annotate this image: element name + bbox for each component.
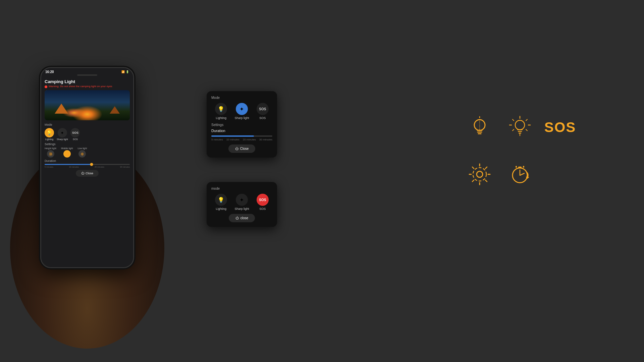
svg-line-8 [513,119,514,121]
phone-mode-sharp[interactable]: ✦ Sharp light [57,128,68,140]
low-light-circle: 🔅 [78,150,86,158]
phone-mode-section: Mode 💡 Lighting ✦ Sharp light SOS [45,123,130,140]
phone-mode-sos[interactable]: SOS SOS [70,128,80,140]
height-light-item[interactable]: Height light 🔆 [45,147,56,158]
phone-duration-thumb [90,163,93,166]
phone-camp-image [45,90,130,120]
sos-text-phone: SOS [72,131,78,134]
sharp-light-label: Sharp light [57,138,68,140]
panel1-sharp[interactable]: ✦ Sharp light [234,103,249,120]
panel2-close-label: close [240,216,248,220]
panel2-sos-label: SOS [259,207,266,210]
tent-1 [55,104,68,114]
phone-mode-buttons: 💡 Lighting ✦ Sharp light SOS SOS [45,128,130,140]
panel1-close-button[interactable]: ⏻ Close [228,144,256,153]
warning-dot [45,85,47,88]
panel1-duration-bar[interactable] [211,135,272,137]
panel1-sos[interactable]: SOS SOS [257,103,269,120]
phone-content: Camping Light Warning: Do not shine the … [41,77,133,267]
panel2-mode-row: 💡 Lighting ✦ Sharp light SOS SOS [211,194,272,210]
panel2-sos[interactable]: SOS SOS [257,194,269,210]
panel2-mode-label: mode [211,187,272,190]
panel1-duration-fill [211,135,254,137]
sos-label-phone: SOS [73,138,78,140]
low-light-item[interactable]: Low light 🔅 [77,147,87,158]
panel1-mode-label: Mode [211,96,272,100]
svg-rect-25 [518,167,522,168]
phone-warning-bar: Warning: Do not shine the camping light … [45,85,130,88]
panel2-sos-circle: SOS [257,194,269,206]
p1-tick-20: 20 minutes [243,138,256,141]
low-light-label: Low light [77,147,87,149]
svg-rect-26 [516,166,517,168]
lighting-icon-circle: 💡 [45,128,54,137]
phone-mockup: 16:20 📶 🔋 Camping Light Warning: Do not … [30,67,144,295]
p1-tick-10: 10 minutes [226,138,239,141]
feature-icons-grid: SOS [463,107,577,194]
svg-line-9 [526,119,527,121]
brightness-icon [468,163,491,186]
phone-mode-label: Mode [45,123,130,126]
panel1-settings-label: Settings [211,123,272,127]
svg-line-20 [472,180,474,182]
phone-duration-fill [45,164,92,165]
svg-line-18 [472,167,474,169]
panel1-ticks: 5 minutes 10 minutes 20 minutes 30 minut… [211,138,272,141]
svg-point-13 [473,168,486,181]
phone-body: 16:20 📶 🔋 Camping Light Warning: Do not … [40,67,134,268]
settings-title: Settings [45,142,130,146]
panel2-close-button[interactable]: ⏻ close [229,214,255,222]
panel2-sos-text: SOS [259,198,266,202]
panel2-lighting-circle: 💡 [215,194,227,206]
phone-app-title: Camping Light [45,79,130,84]
panel1-lighting-circle: 💡 [215,103,227,115]
tick-5: 5 minutes [45,166,53,168]
svg-rect-27 [523,166,524,168]
phone-time: 16:20 [45,70,54,74]
phone-close-button[interactable]: ⏻ Close [76,170,99,177]
status-bar: 16:20 📶 🔋 [41,68,133,74]
lighting-label: Lighting [45,138,54,140]
panel1-lighting-label: Lighting [216,116,226,120]
tent-2 [110,106,120,114]
light-levels: Height light 🔆 Middle light 🔆 Low light … [45,147,130,158]
svg-line-10 [513,129,514,131]
phone-mode-lighting[interactable]: 💡 Lighting [45,128,54,140]
mode-panel-2: mode 💡 Lighting ✦ Sharp light SOS SOS ⏻ … [207,182,277,227]
svg-line-19 [485,167,487,169]
warning-text: Warning: Do not shine the camping light … [49,85,112,88]
middle-light-label: Middle light [61,147,73,149]
tick-10: 10 minutes [69,166,79,168]
panel2-lighting-label: Lighting [216,207,226,210]
middle-light-circle: 🔆 [63,150,71,158]
phone-status-icons: 📶 🔋 [121,70,129,73]
svg-point-3 [515,120,525,130]
height-light-label: Height light [45,147,56,149]
timer-icon [508,163,532,186]
panel2-sharp-circle: ✦ [236,194,248,206]
panel2-sharp-label: Sharp light [234,207,249,210]
middle-light-item[interactable]: Middle light 🔆 [61,147,73,158]
phone-screen: 16:20 📶 🔋 Camping Light Warning: Do not … [41,68,133,267]
height-light-circle: 🔆 [47,150,54,158]
bulb-simple-icon [468,116,491,139]
svg-point-12 [477,171,483,177]
p1-tick-5: 5 minutes [211,138,223,141]
panel1-sharp-circle: ✦ [236,103,248,115]
panel1-sos-circle: SOS [257,103,269,115]
p1-tick-30: 30 minutes [259,138,272,141]
phone-settings-section: Settings Height light 🔆 Middle light 🔆 L… [45,142,130,168]
phone-duration-ticks: 5 minutes 10 minutes 20 minutes 30 minut… [45,166,130,168]
tick-20: 20 minutes [95,166,104,168]
sharp-light-icon-circle: ✦ [58,128,67,137]
phone-duration-label: Duration [45,159,130,163]
phone-close-label: Close [86,172,93,175]
phone-duration-bar[interactable] [45,164,130,165]
panel1-lighting[interactable]: 💡 Lighting [215,103,227,120]
panel1-mode-row: 💡 Lighting ✦ Sharp light SOS SOS [211,103,272,120]
panel2-lighting[interactable]: 💡 Lighting [215,194,227,210]
panel2-sharp[interactable]: ✦ Sharp light [234,194,249,210]
mode-panel-1: Mode 💡 Lighting ✦ Sharp light SOS SOS Se… [207,91,277,158]
panel1-sos-text: SOS [259,107,266,111]
panel1-sos-label: SOS [259,116,266,120]
